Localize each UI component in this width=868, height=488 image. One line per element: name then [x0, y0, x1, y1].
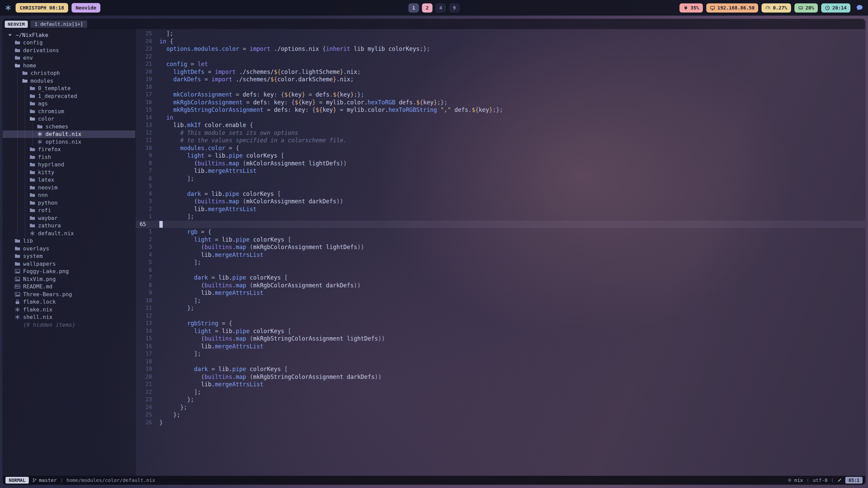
tree-item-wallpapers[interactable]: wallpapers — [3, 260, 135, 268]
code-line[interactable]: 19 dark = lib.pipe colorKeys [ — [136, 365, 865, 373]
code-line[interactable]: 16 lib.mergeAttrsList — [136, 343, 865, 350]
code-line[interactable]: 14 light = lib.pipe colorKeys [ — [136, 327, 865, 335]
code-line[interactable]: 18 — [136, 358, 865, 366]
cpu-badge[interactable]: 0.27% — [762, 3, 791, 13]
tree-item-options-nix[interactable]: options.nix — [3, 138, 135, 146]
tree-item-shell-nix[interactable]: shell.nix — [3, 313, 135, 321]
code-line[interactable]: 17 ]; — [136, 350, 865, 358]
tree-item-schemes[interactable]: schemes — [3, 123, 135, 130]
tree-item-system[interactable]: system — [3, 252, 135, 260]
code-line[interactable]: 4 dark = lib.pipe colorKeys [ — [136, 190, 865, 198]
tray-icon[interactable] — [856, 4, 863, 12]
tree-item-1-deprecated[interactable]: 1_deprecated — [3, 92, 135, 100]
code-line[interactable]: 18 — [136, 83, 865, 91]
memory-badge[interactable]: 20% — [794, 3, 818, 13]
code-line[interactable]: 25 }; — [136, 411, 865, 419]
code-line[interactable]: 19 darkDefs = import ./schemes/${color.d… — [136, 76, 865, 83]
code-line[interactable]: 7 lib.mergeAttrsList — [136, 167, 865, 175]
tree-item-ags[interactable]: ags — [3, 100, 135, 108]
code-line[interactable]: 14 in — [136, 114, 865, 122]
code-line[interactable]: 21 lib.mergeAttrsList — [136, 381, 865, 388]
code-line[interactable]: 65 — [136, 221, 865, 228]
code-line[interactable]: 9 light = lib.pipe colorKeys [ — [136, 152, 865, 160]
tree-item-derivations[interactable]: derivations — [3, 46, 135, 54]
tree-item-overlays[interactable]: overlays — [3, 245, 135, 252]
code-line[interactable]: 4 lib.mergeAttrsList — [136, 251, 865, 259]
code-line[interactable]: 2 light = lib.pipe colorKeys [ — [136, 236, 865, 244]
tree-item-zathura[interactable]: zathura — [3, 222, 135, 230]
tree-item-latex[interactable]: latex — [3, 176, 135, 184]
code-line[interactable]: 3 (builtins.map (mkRgbColorAssignment li… — [136, 243, 865, 251]
code-line[interactable]: 3 (builtins.map (mkColorAssignment darkD… — [136, 198, 865, 205]
workspace-9[interactable]: 9 — [449, 3, 460, 13]
tree-item-flake-lock[interactable]: flake.lock — [3, 298, 135, 306]
code-line[interactable]: 22 ]; — [136, 388, 865, 396]
workspace-1[interactable]: 1 — [409, 3, 419, 13]
tree-item-neovim[interactable]: neovim — [3, 184, 135, 191]
code-line[interactable]: 5 ]; — [136, 259, 865, 266]
tree-item-lib[interactable]: lib — [3, 237, 135, 245]
tree-item-waybar[interactable]: waybar — [3, 214, 135, 222]
code-line[interactable]: 8 (builtins.map (mkRgbColorAssignment da… — [136, 282, 865, 289]
clock-badge[interactable]: 20:14 — [821, 3, 850, 13]
code-line[interactable]: 12 — [136, 312, 865, 320]
tree-item-modules[interactable]: modules — [3, 77, 135, 85]
tree-item-home[interactable]: home — [3, 62, 135, 69]
tree-item-three-bears-png[interactable]: Three-Bears.png — [3, 290, 135, 298]
code-line[interactable]: 8 (builtins.map (mkColorAssignment light… — [136, 160, 865, 167]
tree-item-flake-nix[interactable]: flake.nix — [3, 306, 135, 313]
editor-buffer[interactable]: 25 ];24in {23 options.modules.color = im… — [136, 29, 865, 476]
code-line[interactable]: 22 — [136, 53, 865, 61]
tree-item-hyprland[interactable]: hyprland — [3, 161, 135, 169]
battery-badge[interactable]: 35% — [679, 3, 703, 13]
code-line[interactable]: 15 mkRgbStringColorAssignment = defs: ke… — [136, 106, 865, 114]
code-line[interactable]: 12 # This module sets its own options — [136, 129, 865, 137]
workspace-2[interactable]: 2 — [422, 3, 433, 13]
code-line[interactable]: 25 ]; — [136, 30, 865, 38]
tree-item-nixflake[interactable]: ~/NixFlake — [3, 31, 135, 39]
workspace-4[interactable]: 4 — [436, 3, 446, 13]
tree-item-config[interactable]: config — [3, 39, 135, 47]
code-line[interactable]: 26} — [136, 419, 865, 427]
code-line[interactable]: 11 # to the values specified in a colors… — [136, 137, 865, 144]
network-badge[interactable]: 192.168.86.50 — [706, 3, 758, 13]
code-line[interactable]: 23 options.modules.color = import ./opti… — [136, 45, 865, 53]
tree-item-kitty[interactable]: kitty — [3, 168, 135, 176]
tree-item-chromium[interactable]: chromium — [3, 107, 135, 115]
tree-item-nnn[interactable]: nnn — [3, 191, 135, 199]
code-line[interactable]: 13 rgbString = { — [136, 320, 865, 327]
code-line[interactable]: 17 mkColorAssignment = defs: key: {${key… — [136, 91, 865, 99]
code-line[interactable]: 6 ]; — [136, 175, 865, 183]
code-line[interactable]: 2 lib.mergeAttrsList — [136, 205, 865, 213]
tree-item-default-nix[interactable]: default.nix — [3, 130, 135, 138]
code-line[interactable]: 20 (builtins.map (mkRgbStringColorAssign… — [136, 373, 865, 381]
code-line[interactable]: 1 ]; — [136, 213, 865, 221]
code-line[interactable]: 9 lib.mergeAttrsList — [136, 289, 865, 297]
tree-item-christoph[interactable]: christoph — [3, 69, 135, 77]
code-line[interactable]: 6 — [136, 266, 865, 274]
tree-item-color[interactable]: color — [3, 115, 135, 123]
tree-item-rofi[interactable]: rofi — [3, 207, 135, 215]
code-line[interactable]: 5 — [136, 182, 865, 190]
tree-item-default-nix[interactable]: default.nix — [3, 229, 135, 237]
code-line[interactable]: 23 }; — [136, 396, 865, 404]
code-line[interactable]: 21 config = let — [136, 60, 865, 68]
code-line[interactable]: 20 lightDefs = import ./schemes/${color.… — [136, 68, 865, 76]
code-line[interactable]: 10 ]; — [136, 297, 865, 305]
code-line[interactable]: 7 dark = lib.pipe colorKeys [ — [136, 274, 865, 282]
code-line[interactable]: 24in { — [136, 38, 865, 45]
tab-default-nix[interactable]: 1 default.nix[1+] — [31, 20, 87, 28]
tree-item-fish[interactable]: fish — [3, 153, 135, 161]
tree-item-python[interactable]: python — [3, 199, 135, 207]
tree-item-0-template[interactable]: 0_template — [3, 85, 135, 93]
code-line[interactable]: 11 }; — [136, 304, 865, 312]
tree-item-firefox[interactable]: firefox — [3, 146, 135, 154]
code-line[interactable]: 24 }; — [136, 404, 865, 411]
code-line[interactable]: 10 modules.color = { — [136, 144, 865, 152]
code-line[interactable]: 1 rgb = { — [136, 228, 865, 236]
code-line[interactable]: 15 (builtins.map (mkRgbStringColorAssign… — [136, 335, 865, 343]
tree-item-readme-md[interactable]: README.md — [3, 283, 135, 291]
tree-item-nixvim-png[interactable]: NixVim.png — [3, 275, 135, 283]
code-line[interactable]: 16 mkRgbColorAssignment = defs: key: {${… — [136, 99, 865, 106]
tree-item-env[interactable]: env — [3, 54, 135, 62]
